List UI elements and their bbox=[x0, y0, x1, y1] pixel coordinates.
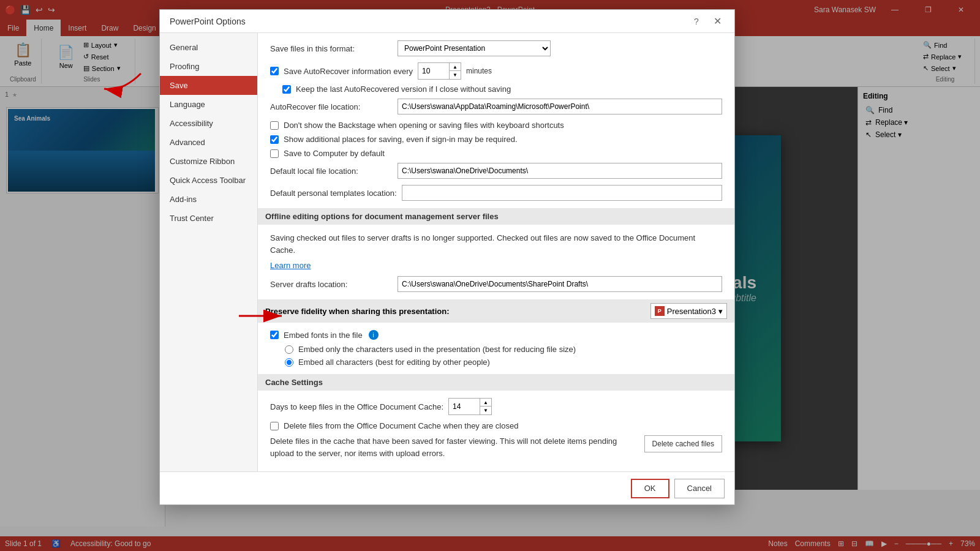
days-value[interactable] bbox=[449, 399, 480, 414]
autorecover-location-row: AutoRecover file location: bbox=[270, 99, 722, 114]
default-templates-input[interactable] bbox=[402, 185, 722, 201]
sidebar-item-general[interactable]: General bbox=[160, 38, 257, 57]
autorecover-location-input[interactable] bbox=[398, 99, 722, 114]
sidebar-item-trust-center[interactable]: Trust Center bbox=[160, 209, 257, 228]
save-to-computer-label[interactable]: Save to Computer by default bbox=[284, 149, 385, 158]
offline-desc-text: Saving checked out files to server draft… bbox=[270, 232, 722, 256]
delete-files-label[interactable]: Delete files from the Office Document Ca… bbox=[284, 421, 518, 430]
autorecover-value[interactable] bbox=[418, 63, 449, 79]
default-local-row: Default local file location: bbox=[270, 163, 722, 179]
embed-all-label[interactable]: Embed all characters (best for editing b… bbox=[298, 358, 490, 367]
cancel-btn[interactable]: Cancel bbox=[674, 479, 725, 498]
delete-cached-files-btn[interactable]: Delete cached files bbox=[644, 435, 722, 452]
dialog-body: General Proofing Save Language Accessibi… bbox=[160, 33, 734, 471]
dialog-titlebar-right: ? ✕ bbox=[690, 14, 725, 29]
days-keep-row: Days to keep files in the Office Documen… bbox=[270, 398, 722, 415]
sidebar-item-accessibility[interactable]: Accessibility bbox=[160, 114, 257, 133]
dialog-close-btn[interactable]: ✕ bbox=[710, 14, 725, 29]
autorecover-location-label: AutoRecover file location: bbox=[270, 102, 393, 111]
show-additional-checkbox[interactable] bbox=[270, 135, 279, 144]
embed-fonts-checkbox[interactable] bbox=[270, 331, 279, 339]
embed-fonts-info-icon[interactable]: i bbox=[369, 330, 379, 340]
offline-section-header: Offline editing options for document man… bbox=[258, 208, 734, 225]
save-to-computer-row: Save to Computer by default bbox=[270, 149, 722, 158]
learn-more-row: Learn more bbox=[270, 261, 722, 270]
dialog-help-btn[interactable]: ? bbox=[690, 15, 703, 28]
no-backstage-row: Don't show the Backstage when opening or… bbox=[270, 121, 722, 130]
keep-last-label[interactable]: Keep the last AutoRecovered version if I… bbox=[296, 84, 511, 94]
dialog-content[interactable]: Save files in this format: PowerPoint Pr… bbox=[258, 33, 734, 471]
dropdown-chevron: ▾ bbox=[718, 307, 723, 316]
days-spinbox-down[interactable]: ▼ bbox=[480, 407, 491, 414]
show-additional-label[interactable]: Show additional places for saving, even … bbox=[284, 135, 518, 144]
autorecover-label[interactable]: Save AutoRecover information every bbox=[284, 67, 413, 76]
embed-only-row: Embed only the characters used in the pr… bbox=[270, 345, 722, 354]
minutes-label: minutes bbox=[466, 67, 492, 75]
learn-more-link[interactable]: Learn more bbox=[270, 261, 311, 270]
spinbox-up-btn[interactable]: ▲ bbox=[450, 63, 461, 71]
sidebar-item-quick-access[interactable]: Quick Access Toolbar bbox=[160, 171, 257, 190]
default-local-label: Default local file location: bbox=[270, 167, 393, 176]
days-keep-label: Days to keep files in the Office Documen… bbox=[270, 402, 443, 411]
save-format-select[interactable]: PowerPoint Presentation bbox=[398, 40, 551, 56]
powerpoint-options-dialog: PowerPoint Options ? ✕ General Proofing … bbox=[159, 9, 735, 505]
save-format-label: Save files in this format: bbox=[270, 44, 393, 53]
sidebar-item-save[interactable]: Save bbox=[160, 76, 257, 95]
content-inner: Save files in this format: PowerPoint Pr… bbox=[258, 33, 734, 467]
default-templates-label: Default personal templates location: bbox=[270, 189, 397, 198]
dialog-title: PowerPoint Options bbox=[170, 17, 246, 26]
delete-files-checkbox[interactable] bbox=[270, 422, 279, 430]
fidelity-dropdown-wrapper: P Presentation3 ▾ bbox=[650, 303, 727, 319]
embed-all-radio[interactable] bbox=[285, 358, 293, 367]
no-backstage-label[interactable]: Don't show the Backstage when opening or… bbox=[284, 121, 564, 130]
days-spinbox[interactable]: ▲ ▼ bbox=[448, 398, 492, 415]
save-to-computer-checkbox[interactable] bbox=[270, 149, 279, 158]
dialog-sidebar: General Proofing Save Language Accessibi… bbox=[160, 33, 258, 471]
fidelity-header-text: Preserve fidelity when sharing this pres… bbox=[265, 307, 450, 316]
server-drafts-input[interactable] bbox=[398, 276, 722, 292]
cache-desc-row: Delete files in the cache that have been… bbox=[270, 435, 722, 459]
server-drafts-label: Server drafts location: bbox=[270, 280, 393, 289]
sidebar-item-advanced[interactable]: Advanced bbox=[160, 133, 257, 152]
sidebar-item-proofing[interactable]: Proofing bbox=[160, 57, 257, 76]
sidebar-item-customize-ribbon[interactable]: Customize Ribbon bbox=[160, 152, 257, 171]
cache-desc-text: Delete files in the cache that have been… bbox=[270, 435, 635, 459]
spinbox-down-btn[interactable]: ▼ bbox=[450, 71, 461, 79]
presentation-name: Presentation3 bbox=[667, 307, 716, 316]
default-local-input[interactable] bbox=[398, 163, 722, 179]
fidelity-section-header: Preserve fidelity when sharing this pres… bbox=[258, 299, 734, 323]
dialog-titlebar: PowerPoint Options ? ✕ bbox=[160, 10, 734, 33]
offline-desc: Saving checked out files to server draft… bbox=[270, 232, 722, 256]
spinbox-arrows: ▲ ▼ bbox=[449, 63, 461, 79]
keep-last-row: Keep the last AutoRecovered version if I… bbox=[270, 84, 722, 94]
embed-only-label[interactable]: Embed only the characters used in the pr… bbox=[298, 345, 576, 354]
autorecover-spinbox[interactable]: ▲ ▼ bbox=[418, 62, 461, 80]
embed-all-row: Embed all characters (best for editing b… bbox=[270, 358, 722, 367]
embed-fonts-row: Embed fonts in the file i bbox=[270, 330, 722, 340]
dialog-footer: OK Cancel bbox=[160, 471, 734, 504]
delete-files-row: Delete files from the Office Document Ca… bbox=[270, 421, 722, 430]
sidebar-item-language[interactable]: Language bbox=[160, 95, 257, 114]
show-additional-row: Show additional places for saving, even … bbox=[270, 135, 722, 144]
no-backstage-checkbox[interactable] bbox=[270, 121, 279, 130]
autorecover-row: Save AutoRecover information every ▲ ▼ m… bbox=[270, 62, 722, 80]
days-spinbox-up[interactable]: ▲ bbox=[480, 399, 491, 407]
cache-section-header: Cache Settings bbox=[258, 374, 734, 391]
server-drafts-row: Server drafts location: bbox=[270, 276, 722, 292]
ppt-file-icon: P bbox=[655, 306, 665, 316]
embed-fonts-label[interactable]: Embed fonts in the file bbox=[284, 331, 363, 340]
sidebar-item-addins[interactable]: Add-ins bbox=[160, 190, 257, 209]
days-spinbox-arrows: ▲ ▼ bbox=[480, 399, 491, 414]
autorecover-checkbox[interactable] bbox=[270, 67, 279, 75]
ok-btn[interactable]: OK bbox=[631, 479, 669, 498]
save-format-row: Save files in this format: PowerPoint Pr… bbox=[270, 40, 722, 56]
keep-last-checkbox[interactable] bbox=[282, 85, 291, 94]
default-templates-row: Default personal templates location: bbox=[270, 185, 722, 201]
embed-only-radio[interactable] bbox=[285, 345, 293, 354]
dialog-overlay: PowerPoint Options ? ✕ General Proofing … bbox=[0, 0, 980, 551]
presentation-dropdown[interactable]: P Presentation3 ▾ bbox=[650, 303, 727, 319]
